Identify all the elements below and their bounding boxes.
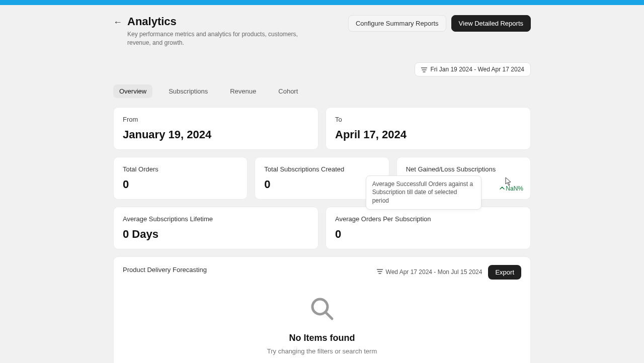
to-value: April 17, 2024 — [335, 128, 521, 141]
metric-net-gained-loss: Net Gained/Loss Subscriptions 0 NaN% Ave… — [396, 157, 531, 200]
chevron-up-icon — [500, 185, 505, 192]
metric-label: Average Orders Per Subscription — [335, 215, 521, 223]
filter-icon — [377, 268, 383, 276]
tabs: Overview Subscriptions Revenue Cohort — [113, 84, 531, 98]
configure-reports-button[interactable]: Configure Summary Reports — [348, 15, 446, 32]
from-label: From — [123, 116, 309, 123]
forecast-date-range[interactable]: Wed Apr 17 2024 - Mon Jul 15 2024 — [377, 268, 482, 276]
export-button[interactable]: Export — [488, 265, 521, 280]
empty-state: No Items found Try changing the filters … — [123, 295, 521, 355]
to-label: To — [335, 116, 521, 123]
back-arrow-icon[interactable]: ← — [113, 17, 122, 28]
metric-avg-orders-per-sub: Average Orders Per Subscription 0 — [326, 207, 531, 249]
empty-title: No Items found — [289, 333, 355, 343]
page-header: ← Analytics Key performance metrics and … — [113, 15, 531, 47]
view-detailed-reports-button[interactable]: View Detailed Reports — [451, 15, 531, 32]
top-accent-bar — [0, 0, 644, 5]
svg-line-1 — [326, 312, 332, 319]
forecast-date-text: Wed Apr 17 2024 - Mon Jul 15 2024 — [386, 268, 482, 276]
metric-label: Total Orders — [123, 165, 238, 173]
page-title: Analytics — [127, 15, 298, 28]
delta-indicator: NaN% — [500, 185, 523, 192]
metric-value: 0 — [335, 228, 521, 241]
date-range-selector[interactable]: Fri Jan 19 2024 - Wed Apr 17 2024 — [415, 62, 531, 76]
metric-label: Net Gained/Loss Subscriptions — [406, 165, 521, 173]
metric-avg-lifetime: Average Subscriptions Lifetime 0 Days — [113, 207, 318, 249]
tab-revenue[interactable]: Revenue — [224, 84, 262, 98]
from-value: January 19, 2024 — [123, 128, 309, 141]
empty-subtitle: Try changing the filters or search term — [267, 347, 377, 355]
metric-total-orders: Total Orders 0 — [113, 157, 248, 200]
tooltip: Average Successfull Orders against a Sub… — [366, 175, 481, 210]
tab-cohort[interactable]: Cohort — [272, 84, 304, 98]
to-date-card: To April 17, 2024 — [326, 107, 531, 150]
forecast-card: Product Delivery Forecasting Wed Apr 17 … — [113, 256, 531, 363]
forecast-title: Product Delivery Forecasting — [123, 266, 207, 274]
filter-icon — [421, 67, 427, 72]
metric-label: Total Subscriptions Created — [264, 165, 379, 173]
metric-value: 0 Days — [123, 228, 309, 241]
page-subtitle: Key performance metrics and analytics fo… — [127, 30, 298, 47]
date-range-text: Fri Jan 19 2024 - Wed Apr 17 2024 — [430, 66, 524, 73]
metric-value: 0 — [264, 178, 379, 191]
search-icon — [308, 295, 336, 325]
from-date-card: From January 19, 2024 — [113, 107, 318, 150]
metric-value: 0 — [123, 178, 238, 191]
metric-label: Average Subscriptions Lifetime — [123, 215, 309, 223]
delta-text: NaN% — [506, 185, 523, 192]
tab-subscriptions[interactable]: Subscriptions — [163, 84, 214, 98]
tab-overview[interactable]: Overview — [113, 84, 152, 98]
